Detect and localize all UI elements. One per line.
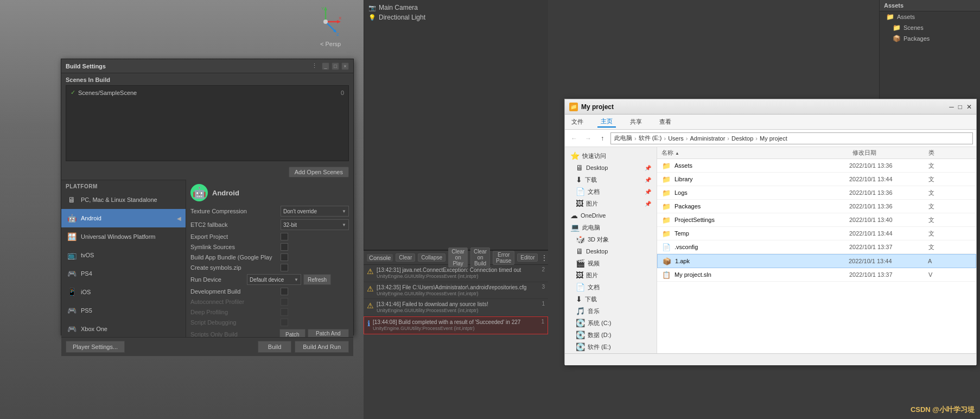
- sidebar-item-quick-access[interactable]: ⭐ 快速访问: [565, 150, 657, 162]
- build-button[interactable]: Build: [258, 341, 291, 353]
- minimize-icon[interactable]: ─: [949, 103, 954, 111]
- platform-item-ios[interactable]: 📱 iOS: [61, 283, 186, 301]
- watermark: CSDN @小叶学习堤: [911, 405, 975, 415]
- sidebar-item-docs2[interactable]: 📄 文档: [565, 281, 657, 293]
- file-item-assets[interactable]: 📁 Assets 2022/10/1 13:36 文: [657, 159, 976, 173]
- run-device-label: Run Device: [190, 276, 245, 283]
- desktop-icon: 🖥: [576, 247, 583, 256]
- sidebar-item-docs[interactable]: 📄 文档 📌: [565, 186, 657, 198]
- hierarchy-item-directional-light[interactable]: 💡 Directional Light: [368, 12, 544, 22]
- file-item-apk[interactable]: 📦 1.apk 2022/10/1 13:44 A: [657, 254, 976, 268]
- ribbon-tab-share[interactable]: 共享: [627, 117, 645, 127]
- file-name: Assets: [674, 162, 846, 169]
- sidebar-item-network[interactable]: 🌐 网络: [565, 353, 657, 353]
- platform-ps5-label: PS5: [81, 307, 92, 314]
- patch-button[interactable]: Patch: [279, 329, 306, 337]
- log-entry-4-highlight[interactable]: ℹ [13:44:08] Build completed with a resu…: [364, 316, 548, 334]
- platform-item-android[interactable]: 🤖 Android ◀: [61, 209, 186, 227]
- run-device-select[interactable]: Default device ▼: [247, 274, 301, 285]
- add-open-scenes-button[interactable]: Add Open Scenes: [289, 167, 349, 177]
- sidebar-item-downloads2[interactable]: ⬇ 下载: [565, 293, 657, 305]
- platform-item-uwp[interactable]: 🪟 Universal Windows Platform: [61, 227, 186, 246]
- sidebar-item-music[interactable]: 🎵 音乐: [565, 305, 657, 317]
- scene-item[interactable]: ✓ Scenes/SampleScene 0: [68, 88, 346, 97]
- sidebar-item-video[interactable]: 🎬 视频: [565, 257, 657, 269]
- sidebar-item-pictures2[interactable]: 🖼 图片: [565, 269, 657, 281]
- assets-item-packages[interactable]: 📦 Packages: [880, 33, 980, 44]
- up-button[interactable]: ↑: [596, 132, 608, 144]
- etc2-fallback-select[interactable]: 32-bit ▼: [281, 219, 349, 230]
- sidebar-item-3d[interactable]: 🎲 3D 对象: [565, 233, 657, 245]
- back-button[interactable]: ←: [568, 132, 580, 144]
- collapse-button[interactable]: Collapse: [418, 253, 446, 262]
- file-item-logs[interactable]: 📁 Logs 2022/10/1 13:36 文: [657, 186, 976, 200]
- clear-button[interactable]: Clear: [396, 253, 415, 262]
- export-project-checkbox[interactable]: [281, 233, 288, 240]
- create-symbols-checkbox[interactable]: [281, 264, 288, 271]
- texture-compression-select[interactable]: Don't override ▼: [281, 206, 349, 217]
- file-item-sln[interactable]: 📋 My project.sln 2022/10/1 13:37 V: [657, 268, 976, 282]
- clear-on-play-button[interactable]: Clear on Play: [448, 247, 468, 268]
- forward-button[interactable]: →: [582, 132, 594, 144]
- script-debugging-row: Script Debugging: [190, 319, 349, 326]
- file-item-library[interactable]: 📁 Library 2022/10/1 13:44 文: [657, 173, 976, 186]
- build-and-run-button[interactable]: Build And Run: [295, 341, 349, 353]
- col-date-header[interactable]: 修改日期: [852, 149, 928, 157]
- console-header: Console Clear Collapse Clear on Play Cle…: [364, 251, 548, 265]
- sidebar-item-onedrive[interactable]: ☁ OneDrive: [565, 210, 657, 221]
- file-item-temp[interactable]: 📁 Temp 2022/10/1 13:44 文: [657, 227, 976, 240]
- maximize-icon[interactable]: □: [958, 103, 962, 111]
- col-name-header[interactable]: 名称 ▲: [661, 149, 852, 157]
- player-settings-button[interactable]: Player Settings...: [66, 341, 125, 353]
- window-maximize-button[interactable]: □: [332, 62, 339, 70]
- ribbon-tab-home[interactable]: 主页: [597, 116, 616, 128]
- build-app-bundle-row: Build App Bundle (Google Play: [190, 253, 349, 261]
- folder-icon: 📁: [661, 215, 671, 225]
- console-more-icon[interactable]: ⋮: [540, 253, 548, 262]
- sidebar-item-c-drive[interactable]: 💽 系统 (C:): [565, 317, 657, 329]
- file-item-project-settings[interactable]: 📁 ProjectSettings 2022/10/1 13:40 文: [657, 213, 976, 227]
- build-app-bundle-checkbox[interactable]: [281, 253, 288, 261]
- sidebar-label: 数据 (D:): [588, 331, 611, 339]
- file-item-packages[interactable]: 📁 Packages 2022/10/1 13:36 文: [657, 200, 976, 213]
- sidebar-item-pictures[interactable]: 🖼 图片 📌: [565, 198, 657, 210]
- log-entry-1[interactable]: ⚠ [13:42:31] java.net.ConnectException: …: [364, 265, 548, 282]
- log-entry-2[interactable]: ⚠ [13:42:35] File C:\Users\Administrator…: [364, 282, 548, 300]
- patch-and-run-button[interactable]: Patch And Run: [308, 329, 349, 337]
- file-date: 2022/10/1 13:44: [849, 176, 925, 182]
- window-menu-icon[interactable]: ⋮: [311, 62, 317, 70]
- android-icon: 🤖: [66, 212, 78, 224]
- development-build-checkbox[interactable]: [281, 288, 288, 295]
- platform-item-tvos[interactable]: 📺 tvOS: [61, 246, 186, 264]
- sidebar-item-desktop2[interactable]: 🖥 Desktop: [565, 245, 657, 257]
- file-date: 2022/10/1 13:37: [849, 244, 925, 250]
- hierarchy-item-main-camera[interactable]: 📷 Main Camera: [368, 3, 544, 12]
- window-close-button[interactable]: ×: [341, 62, 349, 70]
- clear-on-build-button[interactable]: Clear on Build: [470, 247, 490, 268]
- col-type-header[interactable]: 类: [928, 149, 972, 157]
- sidebar-item-e-drive[interactable]: 💽 软件 (E:): [565, 341, 657, 353]
- ribbon-tab-view[interactable]: 查看: [656, 117, 674, 127]
- sidebar-item-downloads[interactable]: ⬇ 下载 📌: [565, 174, 657, 186]
- symlink-sources-checkbox[interactable]: [281, 243, 288, 251]
- error-pause-button[interactable]: Error Pause: [493, 251, 514, 265]
- platform-item-xbox[interactable]: 🎮 Xbox One: [61, 320, 186, 337]
- assets-item-assets[interactable]: 📁 Assets: [880, 11, 980, 22]
- close-icon[interactable]: ✕: [966, 103, 972, 111]
- sidebar-item-d-drive[interactable]: 💽 数据 (D:): [565, 329, 657, 341]
- log-entry-3[interactable]: ⚠ [13:41:46] Failed to download any sour…: [364, 299, 548, 316]
- platform-item-ps4[interactable]: 🎮 PS4: [61, 264, 186, 283]
- window-minimize-button[interactable]: _: [322, 62, 329, 70]
- editor-button[interactable]: Editor: [517, 253, 538, 262]
- sidebar-item-desktop[interactable]: 🖥 Desktop 📌: [565, 162, 657, 174]
- sidebar-item-this-pc[interactable]: 💻 此电脑: [565, 221, 657, 233]
- console-tab[interactable]: Console: [367, 254, 393, 262]
- hierarchy-item-label: Main Camera: [379, 4, 418, 11]
- refresh-button[interactable]: Refresh: [303, 274, 331, 285]
- ribbon-tab-file[interactable]: 文件: [568, 117, 587, 127]
- path-bar[interactable]: 此电脑 › 软件 (E:) › Users › Administrator › …: [610, 132, 973, 144]
- file-item-vsconfig[interactable]: 📄 .vsconfig 2022/10/1 13:37 文: [657, 240, 976, 254]
- platform-item-pc[interactable]: 🖥 PC, Mac & Linux Standalone: [61, 191, 186, 209]
- platform-item-ps5[interactable]: 🎮 PS5: [61, 301, 186, 320]
- assets-item-scenes[interactable]: 📁 Scenes: [880, 22, 980, 33]
